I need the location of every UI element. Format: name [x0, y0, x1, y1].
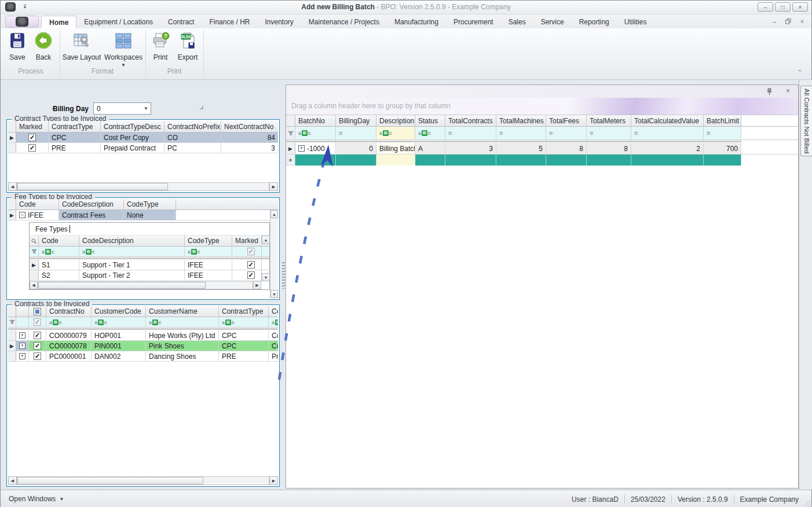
chevron-down-icon[interactable]: ▼: [141, 106, 151, 111]
filter-cell-description[interactable]: [376, 127, 415, 139]
scroll-left-icon[interactable]: ◀: [8, 476, 17, 485]
tab-inventory[interactable]: Inventory: [257, 16, 301, 28]
customername-cell[interactable]: Dancing Shoes: [146, 351, 219, 361]
new-cell-totalmeters[interactable]: [587, 155, 631, 166]
tab-home[interactable]: Home: [41, 16, 76, 28]
filter-cell-totalcalculatedvalue[interactable]: [631, 127, 704, 139]
workspaces-button[interactable]: Workspaces ▼: [103, 31, 144, 68]
customercode-cell[interactable]: HOP001: [92, 330, 146, 340]
column-header-totalfees[interactable]: TotalFees: [546, 115, 587, 126]
column-header-totalcontracts[interactable]: TotalContracts: [445, 115, 496, 126]
scroll-right-icon[interactable]: ▶: [269, 182, 278, 191]
codetype-cell[interactable]: IFEE: [185, 270, 232, 280]
column-header-status[interactable]: Status: [415, 115, 445, 126]
contracts-filter-row[interactable]: [8, 317, 278, 328]
column-header-codetype[interactable]: CodeType: [185, 236, 232, 246]
expand-icon[interactable]: +: [19, 332, 25, 339]
table-row[interactable]: PRE Prepaid Contract PC 3: [8, 143, 278, 153]
detail-filter-row[interactable]: [30, 247, 269, 257]
billing-day-combobox[interactable]: 0 ▼: [93, 102, 151, 115]
checkbox-checked[interactable]: [247, 271, 255, 279]
contracttypedesc-cell[interactable]: Cost Per Copy: [269, 330, 278, 340]
nextcontractno-cell[interactable]: 84: [221, 133, 278, 142]
contracttype-cell[interactable]: CPC: [49, 133, 101, 142]
new-cell-description[interactable]: [376, 155, 415, 166]
tab-contract[interactable]: Contract: [160, 16, 202, 28]
filter-cell-batchlimit[interactable]: [704, 127, 741, 139]
scroll-down-icon[interactable]: ▼: [270, 290, 278, 298]
scrollbar-thumb[interactable]: [17, 477, 203, 484]
batch-row[interactable]: ▶ +-1000 0 Billing Batch 5 A 3 5 8 8 2 7…: [286, 143, 798, 155]
scrollbar-thumb[interactable]: [38, 282, 206, 289]
column-header-contractnoprefix[interactable]: ContractNoPrefix: [164, 121, 221, 132]
checkbox-checked[interactable]: [28, 144, 36, 152]
column-header-totalmeters[interactable]: TotalMeters: [587, 115, 631, 126]
column-header-code[interactable]: Code: [16, 199, 59, 210]
column-header-description[interactable]: Description: [376, 115, 415, 126]
collapse-icon[interactable]: −: [19, 212, 25, 218]
edit-filter-icon[interactable]: [30, 247, 39, 256]
column-header-contracttypedesc[interactable]: ContractTypeDesc: [269, 306, 278, 317]
marked-cell[interactable]: [29, 341, 46, 351]
nextcontractno-cell[interactable]: 3: [221, 143, 278, 153]
pin-icon[interactable]: [766, 87, 773, 98]
document-minimize-button[interactable]: –: [769, 17, 780, 26]
filter-cell-code[interactable]: [39, 247, 79, 256]
fee-types-detail-tab[interactable]: Fee Types: [30, 223, 269, 236]
save-button[interactable]: Save: [3, 31, 32, 61]
filter-cell-totalmachines[interactable]: [496, 127, 546, 139]
tab-maintenance-projects[interactable]: Maintenance / Projects: [301, 16, 387, 28]
table-row-selected[interactable]: ▶ + CO0000078 PIN0001 Pink Shoes CPC Cos…: [8, 341, 278, 351]
marked-cell[interactable]: [29, 330, 46, 340]
open-windows-button[interactable]: Open Windows ▼: [9, 495, 64, 503]
new-cell-totalfees[interactable]: [546, 155, 587, 166]
application-menu-button[interactable]: [5, 16, 39, 28]
expand-icon[interactable]: +: [19, 353, 25, 359]
totalcalculatedvalue-cell[interactable]: 2: [631, 143, 704, 154]
code-cell[interactable]: S2: [39, 270, 79, 280]
filter-cell-contracttype[interactable]: [219, 317, 269, 327]
contractnoprefix-cell[interactable]: PC: [164, 143, 221, 153]
scrollbar-track[interactable]: [17, 476, 269, 485]
edit-filter-icon[interactable]: [8, 317, 16, 327]
scrollbar-track[interactable]: [17, 182, 269, 191]
codetype-cell[interactable]: None: [124, 210, 176, 220]
new-cell-status[interactable]: [415, 155, 445, 166]
contractnoprefix-cell[interactable]: CO: [164, 133, 221, 142]
filter-cell-contracttypedesc[interactable]: [269, 317, 278, 327]
customercode-cell[interactable]: DAN002: [92, 351, 146, 361]
table-row[interactable]: ▶ −IFEE Contract Fees None: [8, 210, 278, 221]
checkbox-checked[interactable]: [34, 332, 41, 339]
scrollbar-track[interactable]: [38, 281, 253, 289]
codedescription-cell[interactable]: Contract Fees: [59, 210, 124, 220]
batch-new-row[interactable]: *: [286, 155, 798, 166]
scroll-left-icon[interactable]: ◀: [30, 281, 38, 289]
billingday-cell[interactable]: 0: [336, 143, 376, 154]
totalmachines-cell[interactable]: 5: [496, 143, 546, 154]
scroll-left-icon[interactable]: ◀: [8, 182, 17, 191]
codetype-cell[interactable]: IFEE: [185, 260, 232, 270]
column-header-totalmachines[interactable]: TotalMachines: [496, 115, 546, 126]
filter-cell-customername[interactable]: [146, 317, 219, 327]
tab-manufacturing[interactable]: Manufacturing: [387, 16, 446, 28]
horizontal-scrollbar[interactable]: ◀ ▶: [8, 182, 278, 191]
filter-cell-type[interactable]: [185, 247, 232, 256]
column-header-batchno[interactable]: BatchNo: [295, 115, 336, 126]
tab-finance-hr[interactable]: Finance / HR: [202, 16, 257, 28]
column-header-codetype[interactable]: CodeType: [124, 199, 176, 210]
totalcontracts-cell[interactable]: 3: [445, 143, 496, 154]
checkbox-indeterminate[interactable]: [34, 308, 41, 315]
detail-horizontal-scrollbar[interactable]: ◀ ▶: [30, 281, 261, 289]
scroll-right-icon[interactable]: ▶: [253, 281, 261, 289]
export-button[interactable]: XLSX Export: [173, 31, 202, 61]
tab-utilities[interactable]: Utilities: [617, 16, 654, 28]
new-cell-totalcalculatedvalue[interactable]: [631, 155, 704, 166]
document-close-button[interactable]: ×: [796, 17, 808, 26]
tab-reporting[interactable]: Reporting: [572, 16, 617, 28]
select-all-checkbox[interactable]: [29, 306, 46, 317]
table-row[interactable]: S2 Support - Tier 2 IFEE: [30, 270, 269, 281]
minimize-button[interactable]: –: [758, 2, 773, 12]
horizontal-scrollbar[interactable]: ◀ ▶: [8, 476, 278, 485]
filter-cell-status[interactable]: [415, 127, 445, 139]
column-header-contracttype[interactable]: ContractType: [219, 306, 269, 317]
